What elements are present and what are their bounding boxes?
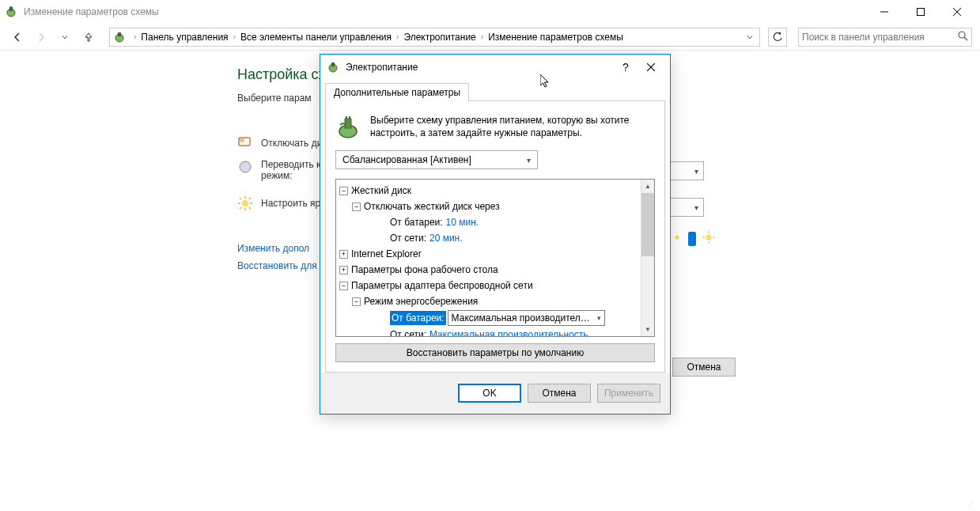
tab-advanced[interactable]: Дополнительные параметры: [325, 83, 469, 101]
tree-item-battery[interactable]: От батареи: 10 мин.: [339, 214, 638, 230]
recent-dropdown[interactable]: [55, 28, 74, 47]
sun-small-icon: [672, 233, 682, 244]
navbar: › Панель управления › Все элементы панел…: [0, 24, 980, 51]
tree-item-ie[interactable]: + Internet Explorer: [339, 246, 638, 262]
button-label: OK: [482, 388, 496, 399]
power-options-dialog: Электропитание ? Дополнительные параметр…: [320, 54, 671, 414]
svg-rect-3: [12, 6, 13, 8]
tree-item-power-mode[interactable]: − Режим энергосбережения: [339, 293, 638, 309]
slider-thumb[interactable]: [688, 232, 696, 246]
tree-item-ac2[interactable]: От сети: Максимальная производительность: [339, 327, 638, 336]
svg-rect-36: [346, 116, 347, 119]
window-controls: [866, 0, 975, 24]
search-input[interactable]: [802, 32, 957, 43]
tree-item-hdd-off[interactable]: − Отключать жесткий диск через: [339, 199, 638, 214]
window-title: Изменение параметров схемы: [24, 6, 866, 17]
bg-cancel-button[interactable]: Отмена: [672, 358, 736, 377]
tree-item-ac[interactable]: От сети: 20 мин.: [339, 230, 638, 246]
breadcrumb[interactable]: › Панель управления › Все элементы панел…: [109, 28, 760, 47]
collapse-icon[interactable]: −: [352, 297, 361, 306]
tree-item-wifi[interactable]: − Параметры адаптера беспроводной сети: [339, 278, 638, 293]
tree-content[interactable]: − Жесткий диск − Отключать жесткий диск …: [336, 180, 641, 336]
svg-rect-37: [349, 116, 350, 119]
search-box[interactable]: [798, 28, 972, 47]
selected-label: От батареи:: [390, 311, 446, 325]
apply-button[interactable]: Применить: [597, 384, 660, 403]
svg-point-13: [240, 138, 244, 142]
power-icon: [327, 61, 339, 74]
svg-line-23: [240, 207, 241, 209]
svg-line-20: [240, 198, 241, 199]
scrollbar[interactable]: ▲ ▼: [641, 180, 654, 336]
cancel-button[interactable]: Отмена: [528, 384, 591, 403]
svg-point-24: [675, 236, 679, 240]
button-label: Восстановить параметры по умолчанию: [407, 347, 584, 358]
chevron-right-icon: ›: [134, 32, 136, 41]
button-label: Применить: [604, 388, 653, 399]
chevron-right-icon: ›: [233, 32, 236, 41]
titlebar: Изменение параметров схемы: [0, 0, 980, 24]
back-button[interactable]: [8, 28, 27, 47]
dialog-buttons: OK Отмена Применить: [320, 373, 670, 414]
plan-select[interactable]: Сбалансированная [Активен] ▾: [335, 150, 538, 169]
ok-button[interactable]: OK: [458, 384, 521, 403]
expand-icon[interactable]: +: [339, 250, 348, 259]
svg-point-25: [706, 235, 712, 240]
refresh-button[interactable]: [768, 28, 787, 47]
tab-area: Дополнительные параметры Выберите схему …: [320, 80, 670, 373]
button-label: Отмена: [687, 361, 721, 373]
svg-point-10: [959, 32, 965, 38]
row-label: Отключать ди: [261, 138, 322, 149]
crumb[interactable]: Панель управления: [141, 32, 228, 43]
maximize-button[interactable]: [902, 0, 939, 24]
chevron-down-icon: ▾: [527, 156, 531, 165]
dialog-titlebar[interactable]: Электропитание ?: [320, 55, 670, 80]
restore-defaults-button[interactable]: Восстановить параметры по умолчанию: [335, 343, 655, 362]
collapse-icon[interactable]: −: [339, 282, 348, 290]
breadcrumb-dropdown[interactable]: [744, 32, 756, 43]
collapse-icon[interactable]: −: [352, 203, 361, 211]
search-icon[interactable]: [957, 30, 968, 44]
scroll-down[interactable]: ▼: [641, 323, 654, 336]
svg-point-15: [242, 200, 248, 206]
collapse-icon[interactable]: −: [339, 187, 348, 195]
svg-line-21: [249, 207, 251, 209]
minimize-button[interactable]: [866, 0, 902, 24]
close-button[interactable]: [939, 0, 975, 24]
crumb[interactable]: Электропитание: [403, 32, 475, 43]
moon-icon: [237, 159, 253, 175]
resize-grip[interactable]: ⋰: [967, 499, 977, 508]
scroll-up[interactable]: ▲: [641, 180, 654, 193]
svg-line-22: [249, 198, 251, 199]
crumb[interactable]: Изменение параметров схемы: [488, 32, 623, 43]
scroll-thumb[interactable]: [641, 193, 654, 256]
plan-value: Сбалансированная [Активен]: [342, 154, 471, 165]
chevron-right-icon: ›: [396, 32, 399, 41]
tree-item-wallpaper[interactable]: + Параметры фона рабочего стола: [339, 262, 638, 278]
forward-button[interactable]: [32, 28, 51, 47]
crumb[interactable]: Все элементы панели управления: [240, 32, 392, 43]
expand-icon[interactable]: +: [339, 266, 348, 274]
tree-item-selected[interactable]: От батареи: Максимальная производительно…: [339, 309, 638, 327]
row-label: Переводить к: [261, 159, 320, 170]
svg-line-11: [964, 37, 967, 40]
dialog-title: Электропитание: [346, 62, 613, 73]
dialog-description: Выберите схему управления питанием, кото…: [370, 114, 655, 139]
battery-icon: [335, 114, 361, 139]
tree-item-hdd[interactable]: − Жесткий диск: [339, 183, 638, 199]
row-label: режим:: [261, 170, 320, 181]
help-button[interactable]: ?: [613, 56, 638, 78]
monitor-icon: [237, 135, 253, 151]
svg-rect-2: [10, 6, 11, 8]
app-icon: [5, 6, 17, 18]
svg-point-14: [240, 161, 251, 172]
up-button[interactable]: [79, 28, 98, 47]
value-dropdown[interactable]: Максимальная производительнос ▾: [448, 310, 605, 326]
breadcrumb-icon: [113, 31, 126, 44]
svg-rect-31: [331, 62, 335, 66]
dialog-close-button[interactable]: [638, 56, 664, 78]
svg-rect-5: [918, 9, 925, 16]
tab-content: Выберите схему управления питанием, кото…: [325, 100, 665, 373]
tab-label: Дополнительные параметры: [334, 87, 460, 98]
row-label: Настроить яр: [261, 198, 320, 209]
